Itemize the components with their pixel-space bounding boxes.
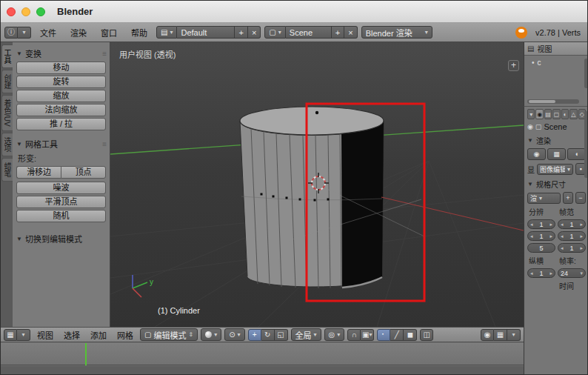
panel-grip-icon[interactable]: ≡ — [102, 140, 106, 148]
snap-toggle[interactable]: ∩ — [347, 329, 361, 341]
tab-create[interactable]: 创建 — [1, 70, 13, 93]
shrink-fatten-button[interactable]: 法向缩放 — [16, 104, 106, 116]
window-minimize-button[interactable] — [21, 7, 30, 16]
vertex-select-mode-button[interactable]: ⠂ — [377, 329, 390, 341]
menu-add[interactable]: 添加 — [87, 329, 110, 341]
mesh-tools-panel-header[interactable]: ▼ 网格工具 ≡ — [16, 138, 106, 150]
manipulator-translate-toggle[interactable]: + — [248, 329, 261, 341]
face-select-mode-button[interactable]: ◼ — [404, 329, 417, 341]
smooth-vertex-button[interactable]: 平滑顶点 — [16, 196, 106, 208]
snap-element-selector[interactable]: ▣ ▾ — [361, 329, 374, 341]
outliner-horizontal-scrollbar[interactable] — [527, 99, 579, 104]
scene-icon-button[interactable]: ▢ ▾ — [264, 26, 285, 39]
delete-scene-button[interactable]: × — [344, 26, 357, 39]
manipulator-rotate-toggle[interactable]: ↻ — [261, 329, 275, 341]
delete-screen-layout-button[interactable]: × — [248, 26, 261, 39]
decrement-icon[interactable]: ◂ — [530, 222, 533, 228]
scale-button[interactable]: 缩放 — [16, 90, 106, 102]
increment-icon[interactable]: ▸ — [549, 222, 552, 228]
vertex-slide-button[interactable]: 顶点 — [61, 166, 106, 179]
tab-tools[interactable]: 工具 — [1, 44, 13, 68]
menu-help[interactable]: 帮助 — [126, 27, 153, 39]
pin-icon[interactable]: ◉ — [527, 123, 533, 130]
menu-mesh[interactable]: 网格 — [113, 329, 137, 341]
info-editor-caret-button[interactable]: ▾ — [18, 27, 31, 39]
render-still-button[interactable]: ◉ — [527, 148, 546, 160]
increment-icon[interactable]: ▸ — [580, 222, 583, 228]
tab-render-properties[interactable]: ◉ — [535, 109, 543, 119]
render-animation-button[interactable]: ▦ — [547, 148, 566, 160]
window-titlebar[interactable]: Blender — [1, 1, 587, 23]
tab-world-properties[interactable]: ◐ — [561, 109, 569, 119]
resolution-percentage-field[interactable]: 5 — [527, 243, 555, 253]
menu-view[interactable]: 视图 — [33, 329, 57, 341]
render-engine-selector[interactable]: Blender 渲染 ▾ — [361, 26, 432, 39]
timeline-editor[interactable] — [1, 343, 524, 375]
occlude-geometry-toggle[interactable]: ◫ — [420, 329, 433, 341]
properties-region-toggle[interactable]: + — [508, 60, 519, 71]
screen-layout-icon-button[interactable]: ▤ ▾ — [156, 26, 177, 39]
chevron-down-icon[interactable]: ▾ — [580, 271, 583, 276]
window-zoom-button[interactable] — [36, 7, 45, 16]
randomize-button[interactable]: 随机 — [16, 210, 106, 222]
opengl-render-animation-button[interactable]: ▦ — [494, 329, 507, 341]
extra-panel-header[interactable]: ▼ 切换到编辑模式 — [16, 233, 106, 245]
tab-scene-properties[interactable]: ▢ — [552, 109, 560, 119]
add-preset-button[interactable]: + — [563, 192, 573, 204]
decrement-icon[interactable]: ◂ — [561, 233, 564, 239]
outliner-vertical-scrollbar[interactable] — [584, 59, 588, 88]
viewport-editor-caret-button[interactable]: ▾ — [17, 329, 30, 341]
frame-end-field[interactable]: ◂ 1 ▸ — [558, 231, 586, 241]
properties-vertical-scrollbar[interactable] — [584, 111, 588, 178]
manipulator-scale-toggle[interactable]: ◱ — [275, 329, 288, 341]
tab-options[interactable]: 选项 — [1, 133, 13, 156]
transform-orientation-selector[interactable]: 全局 ▾ — [291, 328, 321, 341]
decrement-icon[interactable]: ◂ — [530, 233, 533, 239]
current-frame-marker[interactable] — [85, 343, 87, 365]
aspect-x-field[interactable]: ◂ 1 ▸ — [527, 268, 555, 278]
window-close-button[interactable] — [7, 7, 16, 16]
opengl-render-image-button[interactable]: ◉ — [481, 329, 494, 341]
increment-icon[interactable]: ▸ — [549, 271, 552, 276]
pivot-point-selector[interactable]: ⊙ ▾ — [224, 328, 244, 341]
menu-window[interactable]: 窗口 — [96, 27, 122, 39]
noise-button[interactable]: 噪波 — [16, 182, 106, 194]
dimensions-panel-header[interactable]: ▼ 规格尺寸 — [527, 179, 586, 190]
menu-file[interactable]: 文件 — [35, 27, 61, 39]
decrement-icon[interactable]: ◂ — [561, 222, 564, 228]
render-display-selector[interactable]: 图像编辑器 ▾ — [537, 164, 573, 175]
increment-icon[interactable]: ▸ — [549, 233, 552, 239]
frame-start-field[interactable]: ◂ 1 ▸ — [558, 219, 586, 229]
tab-render-layers[interactable]: ▤ — [544, 109, 552, 119]
remove-preset-button[interactable]: − — [575, 192, 586, 204]
edge-select-mode-button[interactable]: ╱ — [390, 329, 404, 341]
resolution-y-field[interactable]: ◂ 1 ▸ — [527, 231, 555, 241]
outliner-editor-icon[interactable]: ▤ — [527, 45, 534, 53]
timeline-frames-area[interactable] — [1, 343, 524, 365]
add-screen-layout-button[interactable]: + — [235, 26, 247, 39]
render-preset-selector[interactable]: 渲 ▾ — [527, 193, 561, 204]
decrement-icon[interactable]: ◂ — [561, 245, 564, 251]
menu-select[interactable]: 选择 — [60, 329, 84, 341]
render-audio-button[interactable]: ◖ — [567, 148, 586, 160]
info-editor-type-button[interactable]: ⓘ — [4, 27, 18, 39]
rotate-button[interactable]: 旋转 — [16, 76, 106, 88]
transform-panel-header[interactable]: ▼ 变换 ≡ — [16, 47, 106, 59]
mode-selector[interactable]: ▢ 编辑模式 ⇕ — [140, 328, 198, 341]
viewport-shading-selector[interactable]: ▾ — [201, 328, 221, 341]
edge-slide-button[interactable]: 滑移边 — [16, 166, 61, 179]
outliner-item[interactable]: • c — [524, 56, 588, 67]
menu-render[interactable]: 渲染 — [65, 27, 92, 39]
resolution-x-field[interactable]: ◂ 1 ▸ — [527, 219, 555, 229]
increment-icon[interactable]: ▸ — [580, 245, 583, 251]
frame-step-field[interactable]: ◂ 1 ▸ — [558, 243, 586, 253]
panel-grip-icon[interactable]: ≡ — [102, 50, 106, 58]
increment-icon[interactable]: ▸ — [580, 233, 583, 239]
outliner-view-menu[interactable]: 视图 — [537, 43, 552, 54]
3d-viewport[interactable]: y 用户视图 (透视) (1) Cylinder + — [110, 42, 524, 327]
scene-name-value[interactable]: Scene — [286, 26, 332, 39]
opengl-render-options-button[interactable]: ▾ — [507, 329, 521, 341]
properties-context-dropdown[interactable]: ▾ — [527, 109, 535, 119]
tab-shading-uv[interactable]: 着色/UV — [1, 95, 13, 131]
proportional-edit-selector[interactable]: ◎ ▾ — [324, 328, 345, 341]
